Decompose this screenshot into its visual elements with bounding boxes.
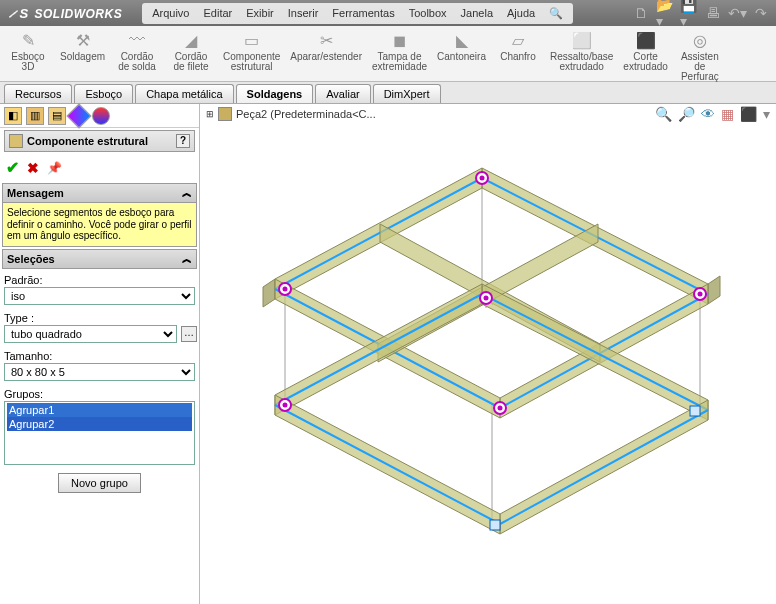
tab-chapa[interactable]: Chapa metálica — [135, 84, 233, 103]
svg-point-39 — [498, 406, 503, 411]
undo-icon[interactable]: ↶▾ — [728, 4, 746, 22]
list-item[interactable]: Agrupar2 — [7, 417, 192, 431]
selections-header[interactable]: Seleções︽ — [2, 249, 197, 269]
redo-icon[interactable]: ↷ — [752, 4, 770, 22]
menu-janela[interactable]: Janela — [455, 5, 499, 21]
menu-ajuda[interactable]: Ajuda — [501, 5, 541, 21]
svg-marker-8 — [263, 279, 275, 307]
cancel-icon[interactable]: ✖ — [27, 160, 39, 176]
menu-bar: Arquivo Editar Exibir Inserir Ferramenta… — [142, 3, 573, 24]
gusset-icon: ◣ — [452, 30, 472, 50]
svg-marker-5 — [708, 276, 720, 304]
fm-tab-feature[interactable]: ◧ — [4, 107, 22, 125]
ribbon-cordao-filete[interactable]: ◢Cordão de filete — [169, 30, 213, 72]
fm-tab-display[interactable] — [92, 107, 110, 125]
search-icon[interactable]: 🔍 — [543, 5, 569, 22]
tamanho-select[interactable]: 80 x 80 x 5 — [4, 363, 195, 381]
sketch3d-icon: ✎ — [18, 30, 38, 50]
menu-ferramentas[interactable]: Ferramentas — [326, 5, 400, 21]
type-label: Type : — [4, 312, 197, 324]
type-select[interactable]: tubo quadrado — [4, 325, 177, 343]
ribbon-cantoneira[interactable]: ◣Cantoneira — [437, 30, 486, 62]
cut-icon: ⬛ — [636, 30, 656, 50]
menu-toolbox[interactable]: Toolbox — [403, 5, 453, 21]
chevron-up-icon: ︽ — [182, 252, 192, 266]
menu-exibir[interactable]: Exibir — [240, 5, 280, 21]
svg-line-25 — [500, 410, 708, 524]
fm-tab-icons: ◧ ▥ ▤ — [0, 104, 199, 128]
ribbon-aparar[interactable]: ✂Aparar/estender — [290, 30, 362, 62]
fillet-bead-icon: ◢ — [181, 30, 201, 50]
tamanho-label: Tamanho: — [4, 350, 197, 362]
model-scene — [200, 104, 776, 604]
structural-member-icon — [9, 134, 23, 148]
title-bar: ⟋S SOLIDWORKS Arquivo Editar Exibir Inse… — [0, 0, 776, 26]
message-body: Selecione segmentos de esboço para defin… — [2, 203, 197, 247]
svg-point-37 — [283, 403, 288, 408]
ok-icon[interactable]: ✔ — [6, 158, 19, 177]
svg-rect-41 — [490, 520, 500, 530]
grupos-list[interactable]: Agrupar1 Agrupar2 — [4, 401, 195, 465]
tab-dimxpert[interactable]: DimXpert — [373, 84, 441, 103]
pm-ok-cancel: ✔ ✖ 📌 — [0, 154, 199, 181]
new-doc-icon[interactable]: 🗋 — [632, 4, 650, 22]
ribbon-cordao-solda[interactable]: 〰Cordão de solda — [115, 30, 159, 72]
svg-point-35 — [484, 296, 489, 301]
novo-grupo-button[interactable]: Novo grupo — [58, 473, 141, 493]
list-item[interactable]: Agrupar1 — [7, 403, 192, 417]
message-header[interactable]: Mensagem︽ — [2, 183, 197, 203]
ribbon-hole-wizard[interactable]: ◎Assisten de Perfuraç — [678, 30, 722, 82]
ribbon-extrude-boss[interactable]: ⬜Ressalto/base extrudado — [550, 30, 613, 72]
browse-type-button[interactable]: … — [181, 326, 197, 342]
ribbon-extrude-cut[interactable]: ⬛Corte extrudado — [623, 30, 667, 72]
svg-rect-40 — [690, 406, 700, 416]
quick-access-toolbar: 🗋 📂▾ 💾▾ 🖶 ↶▾ ↷ — [632, 4, 770, 22]
extrude-icon: ⬜ — [572, 30, 592, 50]
svg-point-33 — [698, 292, 703, 297]
ribbon-tampa[interactable]: ◼Tampa de extremidade — [372, 30, 427, 72]
pushpin-icon[interactable]: 📌 — [47, 161, 62, 175]
ribbon-componente-estrutural[interactable]: ▭Componente estrutural — [223, 30, 280, 72]
tab-avaliar[interactable]: Avaliar — [315, 84, 370, 103]
svg-line-27 — [275, 405, 500, 524]
ribbon-esboco3d[interactable]: ✎Esboço 3D — [6, 30, 50, 72]
pm-title-text: Componente estrutural — [27, 135, 148, 147]
graphics-area[interactable]: ⊞ Peça2 (Predeterminada<C... 🔍 🔎 👁 ▦ ⬛ ▾ — [200, 104, 776, 604]
tab-soldagens[interactable]: Soldagens — [236, 84, 314, 103]
pm-title: Componente estrutural ? — [4, 130, 195, 152]
grupos-label: Grupos: — [4, 388, 197, 400]
ribbon-soldagem[interactable]: ⚒Soldagem — [60, 30, 105, 62]
ribbon: ✎Esboço 3D ⚒Soldagem 〰Cordão de solda ◢C… — [0, 26, 776, 82]
app-logo: ⟋S SOLIDWORKS — [6, 6, 122, 21]
ribbon-chanfro[interactable]: ▱Chanfro — [496, 30, 540, 62]
trim-icon: ✂ — [316, 30, 336, 50]
svg-point-29 — [480, 176, 485, 181]
tab-esboco[interactable]: Esboço — [74, 84, 133, 103]
property-manager: ◧ ▥ ▤ Componente estrutural ? ✔ ✖ 📌 Mens… — [0, 104, 200, 604]
chevron-up-icon: ︽ — [182, 186, 192, 200]
save-icon[interactable]: 💾▾ — [680, 4, 698, 22]
command-tabs: Recursos Esboço Chapa metálica Soldagens… — [0, 82, 776, 104]
fm-tab-config[interactable]: ▤ — [48, 107, 66, 125]
main-area: ◧ ▥ ▤ Componente estrutural ? ✔ ✖ 📌 Mens… — [0, 104, 776, 604]
padrao-label: Padrão: — [4, 274, 197, 286]
menu-editar[interactable]: Editar — [197, 5, 238, 21]
fm-tab-property[interactable]: ▥ — [26, 107, 44, 125]
menu-inserir[interactable]: Inserir — [282, 5, 325, 21]
fm-tab-dimx[interactable] — [66, 103, 91, 128]
hole-icon: ◎ — [690, 30, 710, 50]
weld-icon: ⚒ — [73, 30, 93, 50]
help-icon[interactable]: ? — [176, 134, 190, 148]
chamfer-icon: ▱ — [508, 30, 528, 50]
structural-icon: ▭ — [242, 30, 262, 50]
padrao-select[interactable]: iso — [4, 287, 195, 305]
endcap-icon: ◼ — [390, 30, 410, 50]
bead-icon: 〰 — [127, 30, 147, 50]
open-icon[interactable]: 📂▾ — [656, 4, 674, 22]
svg-point-31 — [283, 287, 288, 292]
print-icon[interactable]: 🖶 — [704, 4, 722, 22]
tab-recursos[interactable]: Recursos — [4, 84, 72, 103]
menu-arquivo[interactable]: Arquivo — [146, 5, 195, 21]
